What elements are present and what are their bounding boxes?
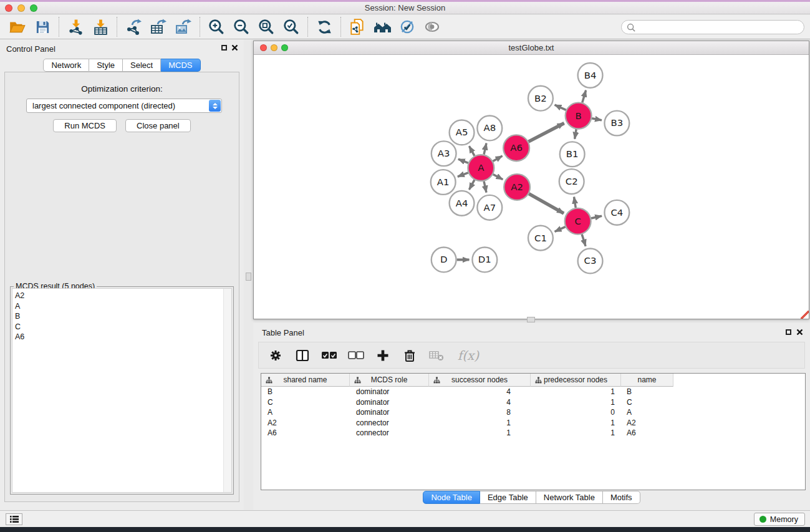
- column-header-predecessor-nodes[interactable]: predecessor nodes: [531, 374, 621, 387]
- export-network-button[interactable]: [121, 16, 146, 37]
- graph-edge-C-C1[interactable]: [555, 227, 566, 232]
- graphics-details-button[interactable]: [395, 16, 420, 37]
- table-tab-node-table[interactable]: Node Table: [423, 491, 480, 504]
- table-row[interactable]: A2connector11A2: [261, 418, 805, 428]
- graph-edge-A-A1[interactable]: [458, 173, 468, 177]
- home-button[interactable]: [370, 16, 395, 37]
- zoom-selected-button[interactable]: [279, 16, 304, 37]
- scrollbar-track[interactable]: [223, 289, 231, 492]
- graph-edge-A-A8[interactable]: [484, 143, 486, 155]
- run-mcds-button[interactable]: Run MCDS: [53, 119, 117, 132]
- column-header-successor-nodes[interactable]: successor nodes: [429, 374, 531, 387]
- close-panel-icon[interactable]: [231, 44, 238, 51]
- graph-node-D[interactable]: D: [432, 248, 456, 273]
- mcds-result-item[interactable]: C: [12, 322, 231, 332]
- table-row[interactable]: Cdominator41C: [261, 397, 805, 408]
- column-header-MCDS-role[interactable]: MCDS role: [350, 374, 429, 387]
- export-image-button[interactable]: [171, 16, 196, 37]
- float-table-panel-button[interactable]: [786, 329, 791, 335]
- graph-edge-A-A5[interactable]: [469, 146, 475, 156]
- network-zoom-button[interactable]: [281, 44, 288, 51]
- graph-edge-B-B3[interactable]: [592, 118, 602, 120]
- graph-edge-A-A6[interactable]: [493, 156, 502, 161]
- float-panel-button[interactable]: [221, 45, 227, 51]
- search-input[interactable]: [622, 21, 804, 34]
- mcds-result-item[interactable]: B: [12, 311, 231, 322]
- memory-button[interactable]: Memory: [754, 513, 805, 526]
- network-window-titlebar[interactable]: testGlobe.txt: [254, 41, 809, 55]
- graph-edge-A-A4[interactable]: [469, 180, 475, 190]
- column-header-shared-name[interactable]: shared name: [261, 374, 350, 387]
- table-row[interactable]: A6connector11A6: [261, 428, 805, 438]
- graph-node-C4[interactable]: C4: [604, 200, 629, 225]
- network-close-button[interactable]: [260, 44, 267, 51]
- graph-edge-C-C4[interactable]: [591, 216, 602, 218]
- deselect-all-columns-button[interactable]: [347, 347, 365, 364]
- graph-edge-A-A3[interactable]: [458, 159, 468, 163]
- graph-node-B1[interactable]: B1: [560, 142, 585, 167]
- import-table-button[interactable]: [88, 16, 113, 37]
- eye-button[interactable]: [420, 16, 445, 37]
- graph-node-C2[interactable]: C2: [559, 169, 584, 194]
- network-canvas[interactable]: B4B2BB3A8A5A6A3B1AA1C2A2A4A7C4CC1C3DD1: [254, 56, 808, 315]
- graph-edge-A6-B[interactable]: [529, 123, 564, 142]
- open-session-button[interactable]: [5, 16, 30, 37]
- graph-node-A3[interactable]: A3: [432, 141, 456, 166]
- minimize-window-button[interactable]: [17, 4, 25, 12]
- save-session-button[interactable]: [30, 16, 55, 37]
- graph-node-A2[interactable]: A2: [504, 174, 530, 200]
- graph-node-A5[interactable]: A5: [450, 120, 475, 145]
- node-table[interactable]: shared nameMCDS rolesuccessor nodesprede…: [261, 373, 806, 490]
- graph-node-C[interactable]: C: [565, 208, 591, 235]
- mcds-result-list[interactable]: A2ABCA6: [12, 288, 232, 493]
- function-builder-button[interactable]: f(x): [455, 347, 482, 364]
- table-row[interactable]: Bdominator41B: [261, 387, 805, 397]
- network-minimize-button[interactable]: [271, 44, 277, 51]
- control-tab-network[interactable]: Network: [43, 59, 89, 72]
- graph-edge-C-C3[interactable]: [582, 235, 586, 246]
- vertical-divider-grip[interactable]: [246, 273, 251, 281]
- task-history-button[interactable]: [6, 513, 22, 525]
- table-tab-edge-table[interactable]: Edge Table: [480, 491, 536, 504]
- graph-edge-B-B2[interactable]: [555, 105, 566, 110]
- graph-node-C3[interactable]: C3: [578, 249, 603, 274]
- graph-node-C1[interactable]: C1: [528, 226, 553, 251]
- control-tab-mcds[interactable]: MCDS: [161, 59, 200, 72]
- table-row[interactable]: Adominator80A: [261, 407, 805, 418]
- graph-node-A4[interactable]: A4: [450, 191, 475, 216]
- graph-node-B3[interactable]: B3: [604, 111, 629, 136]
- graph-node-B[interactable]: B: [566, 103, 592, 129]
- import-network-button[interactable]: [63, 16, 88, 37]
- zoom-window-button[interactable]: [30, 4, 37, 12]
- graph-node-B4[interactable]: B4: [578, 63, 603, 88]
- add-column-button[interactable]: [374, 347, 392, 364]
- graph-node-A8[interactable]: A8: [477, 116, 502, 141]
- zoom-fit-button[interactable]: [254, 16, 279, 37]
- graph-edge-C-C2[interactable]: [574, 197, 576, 208]
- graph-node-A7[interactable]: A7: [477, 195, 502, 220]
- select-all-columns-button[interactable]: [321, 347, 338, 364]
- split-panel-button[interactable]: [294, 347, 311, 364]
- control-tab-style[interactable]: Style: [89, 59, 123, 72]
- window-resize-grip[interactable]: [801, 311, 809, 319]
- control-tab-select[interactable]: Select: [123, 59, 161, 72]
- export-table-button[interactable]: [146, 16, 171, 37]
- clone-network-button[interactable]: [345, 16, 370, 37]
- graph-edge-B-B4[interactable]: [582, 90, 586, 103]
- graph-node-A[interactable]: A: [468, 155, 494, 181]
- mcds-result-item[interactable]: A2: [12, 291, 231, 301]
- column-header-name[interactable]: name: [621, 374, 673, 387]
- close-window-button[interactable]: [5, 4, 12, 12]
- mcds-result-item[interactable]: A6: [12, 332, 231, 342]
- refresh-button[interactable]: [312, 16, 337, 37]
- close-table-panel-icon[interactable]: [796, 329, 803, 336]
- delete-column-button[interactable]: [401, 347, 418, 364]
- table-tab-motifs[interactable]: Motifs: [603, 491, 640, 504]
- graph-node-A1[interactable]: A1: [431, 170, 456, 195]
- horizontal-divider-grip[interactable]: [527, 317, 535, 322]
- network-graph[interactable]: B4B2BB3A8A5A6A3B1AA1C2A2A4A7C4CC1C3DD1: [254, 56, 808, 315]
- table-tab-network-table[interactable]: Network Table: [536, 491, 603, 504]
- zoom-out-button[interactable]: [229, 16, 254, 37]
- delete-table-button[interactable]: [428, 347, 445, 364]
- zoom-in-button[interactable]: [204, 16, 229, 37]
